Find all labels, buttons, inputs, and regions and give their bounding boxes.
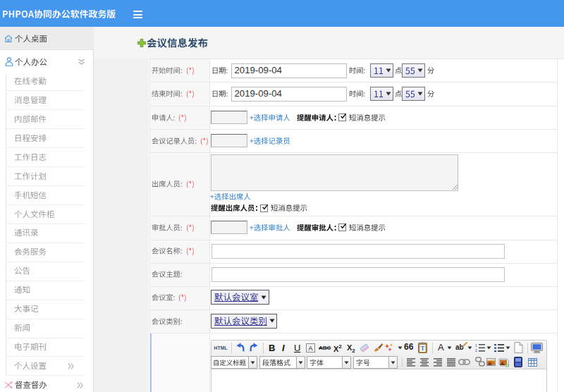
svg-text:1: 1 (475, 343, 477, 348)
svg-text:2: 2 (475, 348, 477, 353)
svg-text:T: T (421, 345, 425, 352)
